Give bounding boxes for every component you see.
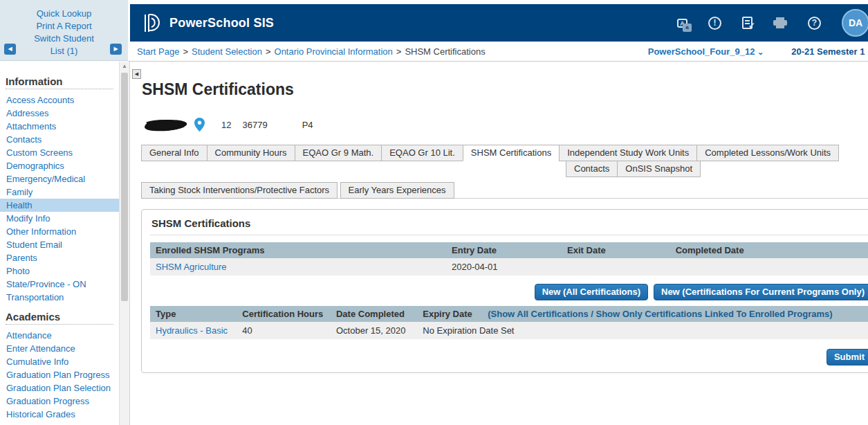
sidebar-item-cumulative-info[interactable]: Cumulative Info: [6, 355, 119, 368]
sidebar-item-transportation[interactable]: Transportation: [6, 291, 119, 304]
sidebar-item-historical-grades[interactable]: Historical Grades: [6, 408, 119, 421]
report-check-mark: ✓: [748, 21, 755, 30]
sidebar-item-addresses[interactable]: Addresses: [6, 107, 119, 120]
enrolled-programs-table: Enrolled SHSM Programs Entry Date Exit D…: [150, 242, 868, 275]
breadcrumb-current: SHSM Certifications: [405, 46, 485, 57]
help-icon[interactable]: ?: [808, 17, 821, 30]
quick-lookup-link[interactable]: Quick Lookup: [0, 8, 128, 20]
sidebar-item-graduation-plan-progress[interactable]: Graduation Plan Progress: [6, 368, 119, 381]
tab-onsis-snapshot[interactable]: OnSIS Snapshot: [617, 161, 701, 177]
col-completed-date: Completed Date: [670, 242, 868, 258]
breadcrumb-student-selection[interactable]: Student Selection: [192, 46, 262, 57]
breadcrumb: Start Page>Student Selection>Ontario Pro…: [137, 46, 486, 57]
scrollbar-thumb[interactable]: [121, 73, 128, 301]
tab-contacts[interactable]: Contacts: [566, 161, 618, 177]
tab-general-info[interactable]: General Info: [141, 145, 207, 161]
sidebar-item-other-information[interactable]: Other Information: [6, 225, 119, 238]
col-date-completed: Date Completed: [331, 306, 417, 322]
powerschool-logo-icon[interactable]: [142, 12, 161, 34]
tab-taking-stock[interactable]: Taking Stock Interventions/Protective Fa…: [141, 182, 338, 199]
shsm-certifications-panel: SHSM Certifications Enrolled SHSM Progra…: [141, 209, 868, 373]
cell-entry-date: 2020-04-01: [446, 258, 562, 275]
sidebar-scrollbar[interactable]: ▲: [119, 62, 129, 425]
tab-row-tertiary: Taking Stock Interventions/Protective Fa…: [141, 182, 868, 199]
collapse-nav-button[interactable]: ◀: [132, 69, 141, 79]
breadcrumb-ontario-provincial-information[interactable]: Ontario Provincial Information: [275, 46, 393, 57]
breadcrumb-separator: >: [183, 46, 188, 57]
sidebar-item-health[interactable]: Health: [0, 199, 119, 212]
tab-completed-lessons-work-units[interactable]: Completed Lessons/Work Units: [696, 145, 839, 161]
print-a-report-link[interactable]: Print A Report: [0, 20, 128, 33]
new-certifications-current-programs-button[interactable]: New (Certifications For Current Programs…: [654, 284, 868, 300]
sidebar-item-attendance[interactable]: Attendance: [6, 329, 119, 342]
main-content: ◀ SHSM Certifications 12 36779 P4 Genera…: [129, 62, 868, 425]
sidebar-item-custom-screens[interactable]: Custom Screens: [6, 146, 119, 159]
switch-student-link[interactable]: Switch Student: [0, 33, 128, 45]
col-expiry-date: Expiry Date: [417, 306, 482, 322]
header-bar: PowerSchool SIS A a ! ✓ ? DA: [130, 4, 868, 42]
scroll-up-icon[interactable]: ▲: [120, 62, 129, 71]
sidebar-item-demographics[interactable]: Demographics: [6, 159, 119, 172]
sidebar-item-parents[interactable]: Parents: [6, 251, 119, 264]
sidebar-item-photo[interactable]: Photo: [6, 264, 119, 278]
tab-eqao-gr9-math[interactable]: EQAO Gr 9 Math.: [295, 145, 382, 161]
user-avatar[interactable]: DA: [842, 9, 868, 37]
panel-title: SHSM Certifications: [150, 216, 868, 235]
term-selector[interactable]: 20-21 Semester 1 ⌄: [791, 46, 868, 57]
col-certification-hours: Certification Hours: [237, 306, 331, 322]
print-icon[interactable]: [773, 17, 787, 28]
sidebar-item-emergency-medical[interactable]: Emergency/Medical: [6, 172, 119, 186]
previous-student-button[interactable]: ◀: [4, 44, 16, 55]
translate-icon[interactable]: A a: [677, 19, 687, 28]
next-student-button[interactable]: ▶: [110, 44, 122, 55]
submit-row: Submit: [150, 349, 868, 365]
term-name: 20-21 Semester 1: [791, 46, 865, 57]
tab-independent-study-work-units[interactable]: Independent Study Work Units: [559, 145, 697, 161]
sidebar-item-attachments[interactable]: Attachments: [6, 120, 119, 133]
tab-shsm-certifications[interactable]: SHSM Certifications: [463, 145, 560, 161]
student-grade: 12: [221, 120, 231, 130]
new-buttons-row: New (All Certifications) New (Certificat…: [150, 284, 868, 300]
new-all-certifications-button[interactable]: New (All Certifications): [535, 284, 648, 300]
certifications-table: Type Certification Hours Date Completed …: [150, 306, 868, 339]
app-title: PowerSchool SIS: [169, 16, 274, 30]
sidebar-item-state-province-on[interactable]: State/Province - ON: [6, 278, 119, 291]
student-homeroom: P4: [302, 120, 313, 130]
sidebar-section-academics: Academics: [6, 311, 119, 323]
school-selector[interactable]: PowerSchool_Four_9_12 ⌄: [648, 46, 764, 57]
report-queue-icon[interactable]: ✓: [742, 17, 752, 29]
location-pin-icon[interactable]: [194, 118, 205, 132]
sidebar-item-modify-info[interactable]: Modify Info: [6, 212, 119, 225]
program-link[interactable]: SHSM Agriculture: [156, 262, 227, 272]
sidebar-item-enter-attendance[interactable]: Enter Attendance: [6, 342, 119, 355]
col-entry-date: Entry Date: [446, 242, 562, 258]
tab-early-years-experiences[interactable]: Early Years Experiences: [340, 182, 454, 199]
chevron-down-icon: ⌄: [757, 48, 764, 56]
col-enrolled-programs: Enrolled SHSM Programs: [150, 242, 446, 258]
table-row: Hydraulics - Basic 40 October 15, 2020 N…: [150, 322, 868, 339]
sidebar-item-student-email[interactable]: Student Email: [6, 238, 119, 251]
sidebar-item-family[interactable]: Family: [6, 186, 119, 199]
sidebar-item-graduation-plan-selection[interactable]: Graduation Plan Selection: [6, 381, 119, 395]
submit-button[interactable]: Submit: [827, 349, 868, 365]
show-all-certifications-link[interactable]: (Show All Certifications / Show Only Cer…: [488, 309, 832, 319]
sidebar-item-graduation-progress[interactable]: Graduation Progress: [6, 395, 119, 408]
sidebar-section-information: Information: [6, 75, 119, 87]
cell-expiry: No Expiration Date Set: [417, 322, 868, 339]
tab-community-hours[interactable]: Community Hours: [207, 145, 295, 161]
redacted-student-name: [141, 116, 191, 133]
translate-icon-sub: a: [683, 24, 692, 32]
certification-link[interactable]: Hydraulics - Basic: [156, 325, 228, 336]
student-number: 36779: [242, 120, 267, 130]
col-exit-date: Exit Date: [562, 242, 670, 258]
sidebar-item-access-accounts[interactable]: Access Accounts: [6, 93, 119, 107]
sidebar-item-contacts[interactable]: Contacts: [6, 133, 119, 146]
quick-lookup-panel: Quick Lookup Print A Report Switch Stude…: [0, 0, 129, 61]
table-row: SHSM Agriculture 2020-04-01: [150, 258, 868, 275]
tab-eqao-gr10-lit[interactable]: EQAO Gr 10 Lit.: [381, 145, 463, 161]
page-title: SHSM Certifications: [142, 80, 868, 99]
school-name: PowerSchool_Four_9_12: [648, 46, 755, 57]
student-list-link[interactable]: List (1): [0, 45, 128, 57]
breadcrumb-start-page[interactable]: Start Page: [137, 46, 179, 57]
alerts-icon[interactable]: !: [708, 17, 721, 30]
